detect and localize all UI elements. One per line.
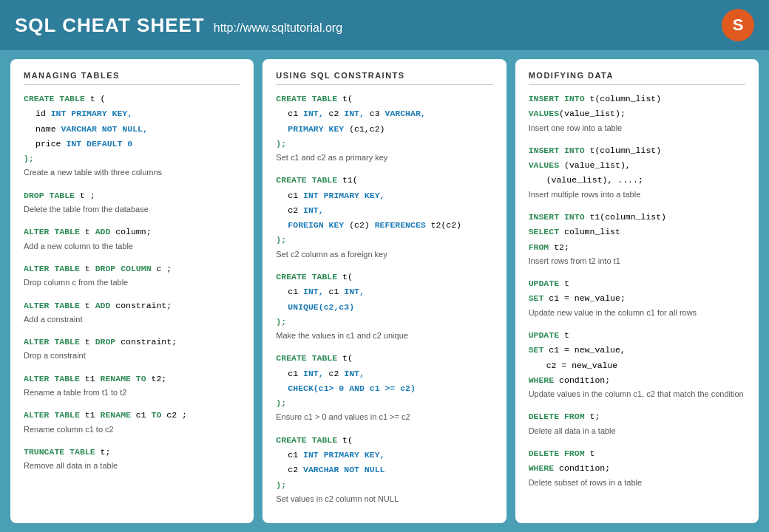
panel-sql-constraints: USING SQL CONSTRAINTS CREATE TABLE t( c1…	[262, 59, 506, 523]
header: SQL CHEAT SHEET http://www.sqltutorial.o…	[0, 0, 769, 50]
header-logo: S	[722, 9, 754, 41]
panel-modifying-data: MODIFYING DATA INSERT INTO t(column_list…	[515, 59, 759, 523]
header-url: http://www.sqltutorial.org	[214, 21, 342, 35]
panel-managing-tables: MANAGING TABLES CREATE TABLE t ( id INT …	[10, 59, 254, 523]
panel-title-modifying: MODIFYING DATA	[529, 71, 745, 85]
header-title: SQL CHEAT SHEET	[15, 14, 205, 37]
panel-title-constraints: USING SQL CONSTRAINTS	[276, 71, 492, 85]
panel-title-managing: MANAGING TABLES	[24, 71, 240, 85]
